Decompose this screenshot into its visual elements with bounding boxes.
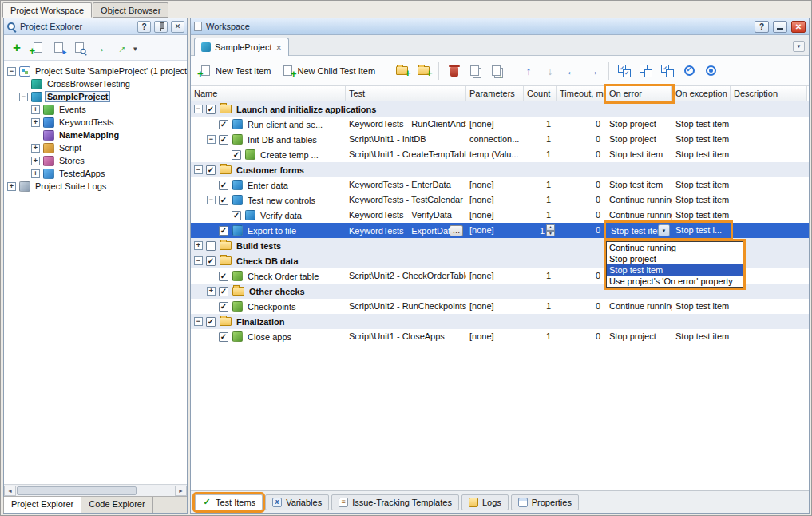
add-project-suite-button[interactable]: [7, 38, 26, 58]
copy-button[interactable]: [466, 62, 485, 81]
tab-test-items[interactable]: Test Items: [195, 494, 263, 510]
enabled-checkbox[interactable]: [219, 135, 228, 145]
group-row-finalization[interactable]: Finalization: [191, 314, 809, 329]
collapse-toggle[interactable]: [207, 135, 216, 144]
enabled-checkbox[interactable]: [206, 241, 216, 251]
tab-project-explorer[interactable]: Project Explorer: [3, 497, 81, 513]
tree-item-sampleproject[interactable]: SampleProject: [4, 90, 187, 103]
column-header-on-exception[interactable]: On exception: [672, 86, 731, 101]
enabled-checkbox[interactable]: [219, 196, 228, 205]
move-up-button[interactable]: [519, 62, 538, 81]
tree-item-script[interactable]: Script: [4, 141, 187, 154]
group-row-launch-and-initialize-applications[interactable]: Launch and initialize applications: [191, 101, 809, 117]
enabled-checkbox[interactable]: [219, 181, 228, 190]
tree-item-testedapps[interactable]: TestedApps: [4, 167, 187, 180]
new-test-item-button[interactable]: New Test Item: [196, 62, 276, 79]
invert-check-button[interactable]: [658, 62, 677, 81]
dropdown-option-stop-project[interactable]: Stop project: [607, 253, 743, 264]
expand-toggle[interactable]: [194, 241, 203, 250]
expand-toggle[interactable]: [31, 157, 40, 165]
expand-toggle[interactable]: [31, 118, 40, 127]
pin-button[interactable]: [154, 21, 168, 33]
scroll-right-button[interactable]: [175, 486, 187, 496]
collapse-toggle[interactable]: [19, 93, 28, 101]
test-item-row-create-temp[interactable]: Create temp ...Script\Unit1 - CreateTemp…: [191, 147, 809, 162]
find-in-project-button[interactable]: [69, 38, 89, 58]
open-project-button[interactable]: [49, 38, 68, 58]
enabled-checkbox[interactable]: [206, 165, 216, 175]
collapse-toggle[interactable]: [194, 256, 203, 265]
tree-item-project-suite-sampleproject-1-project[interactable]: Project Suite 'SampleProject' (1 project…: [4, 65, 187, 77]
enabled-checkbox[interactable]: [219, 272, 228, 281]
ellipsis-button[interactable]: [450, 225, 463, 236]
column-header-timeout-mi[interactable]: Timeout, mi...: [557, 86, 606, 101]
enable-item-button[interactable]: [679, 62, 699, 81]
add-project-button[interactable]: [28, 38, 47, 58]
test-item-row-export-to-file[interactable]: Export to fileKeywordTests - ExportData[…: [191, 223, 809, 238]
help-button[interactable]: [137, 21, 151, 33]
collapse-toggle[interactable]: [207, 196, 216, 204]
tab-object-browser[interactable]: Object Browser: [93, 2, 168, 18]
export-button[interactable]: [111, 38, 130, 58]
tab-list-dropdown-button[interactable]: [793, 41, 805, 52]
column-header-count[interactable]: Count: [524, 86, 557, 101]
check-all-button[interactable]: [615, 62, 634, 81]
paste-button[interactable]: [488, 62, 507, 81]
expand-toggle[interactable]: [31, 105, 40, 114]
enabled-checkbox[interactable]: [206, 317, 216, 327]
enabled-checkbox[interactable]: [219, 287, 228, 296]
tree-item-crossbrowsertesting[interactable]: CrossBrowserTesting: [4, 77, 187, 90]
column-header-name[interactable]: Name: [191, 86, 346, 101]
spin-down-icon[interactable]: [546, 231, 555, 237]
new-child-test-item-button[interactable]: New Child Test Item: [279, 62, 381, 79]
enabled-checkbox[interactable]: [219, 302, 228, 312]
collapse-toggle[interactable]: [194, 317, 203, 326]
delete-button[interactable]: [445, 62, 464, 81]
uncheck-all-button[interactable]: [636, 62, 656, 81]
close-button[interactable]: [791, 21, 806, 33]
dropdown-option-use-project-s-on-error-property[interactable]: Use project's 'On error' property: [607, 276, 743, 287]
column-header-parameters[interactable]: Parameters: [466, 86, 524, 101]
close-panel-button[interactable]: [171, 21, 184, 33]
tab-issue-tracking-templates[interactable]: Issue-Tracking Templates: [331, 494, 459, 510]
close-tab-icon[interactable]: [276, 42, 283, 52]
tree-item-namemapping[interactable]: NameMapping: [4, 129, 187, 141]
move-left-button[interactable]: [562, 62, 581, 81]
new-group-button[interactable]: [392, 62, 411, 81]
tab-code-explorer[interactable]: Code Explorer: [81, 497, 152, 513]
disable-item-button[interactable]: [701, 62, 720, 81]
tree-item-keywordtests[interactable]: KeywordTests: [4, 116, 187, 129]
expand-toggle[interactable]: [31, 144, 40, 153]
tab-sampleproject[interactable]: SampleProject: [194, 38, 289, 56]
test-item-row-test-new-controls[interactable]: Test new controlsKeywordTests - TestCale…: [191, 193, 809, 208]
move-down-button[interactable]: [541, 62, 560, 81]
scroll-left-button[interactable]: [4, 486, 16, 496]
tree-item-events[interactable]: Events: [4, 103, 187, 116]
minimize-button[interactable]: [773, 21, 787, 33]
toolbar-overflow-caret[interactable]: [133, 43, 137, 53]
tab-variables[interactable]: Variables: [265, 494, 329, 510]
collapse-toggle[interactable]: [194, 165, 203, 174]
group-row-customer-forms[interactable]: Customer forms: [191, 162, 809, 177]
tab-project-workspace[interactable]: Project Workspace: [2, 2, 92, 18]
column-header-test[interactable]: Test: [346, 86, 466, 101]
collapse-toggle[interactable]: [7, 67, 16, 76]
dropdown-option-stop-test-item[interactable]: Stop test item: [607, 264, 743, 276]
move-right-button[interactable]: [584, 62, 603, 81]
test-item-row-close-apps[interactable]: Close appsScript\Unit1 - CloseApps[none]…: [191, 329, 809, 344]
enabled-checkbox[interactable]: [219, 332, 228, 342]
dropdown-button[interactable]: [658, 224, 670, 236]
expand-toggle[interactable]: [31, 169, 40, 178]
tab-properties[interactable]: Properties: [511, 494, 579, 510]
enabled-checkbox[interactable]: [219, 226, 228, 236]
scrollbar-thumb[interactable]: [17, 486, 137, 495]
enabled-checkbox[interactable]: [206, 105, 216, 114]
expand-toggle[interactable]: [207, 287, 216, 296]
import-button[interactable]: [90, 38, 109, 58]
horizontal-scrollbar[interactable]: [4, 484, 187, 496]
enabled-checkbox[interactable]: [232, 150, 241, 160]
expand-toggle[interactable]: [7, 182, 16, 191]
enabled-checkbox[interactable]: [219, 120, 228, 129]
tree-item-project-suite-logs[interactable]: Project Suite Logs: [4, 180, 187, 193]
test-item-row-init-db-and-tables[interactable]: Init DB and tablesScript\Unit1 - InitDBc…: [191, 132, 809, 147]
